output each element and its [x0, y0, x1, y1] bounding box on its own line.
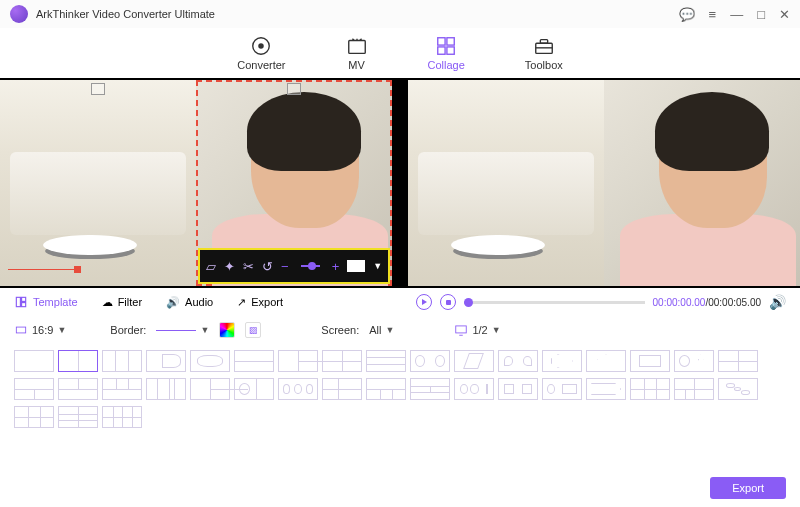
template-item[interactable] [630, 378, 670, 400]
template-item[interactable] [366, 350, 406, 372]
export-button[interactable]: Export [710, 477, 786, 499]
screen-select[interactable]: All ▼ [369, 324, 394, 336]
template-item[interactable] [410, 350, 450, 372]
template-item[interactable] [586, 378, 626, 400]
page-select[interactable]: 1/2 ▼ [454, 323, 500, 337]
close-icon[interactable]: ✕ [779, 7, 790, 22]
zoom-in-icon[interactable]: + [332, 259, 340, 274]
template-item[interactable] [190, 350, 230, 372]
tab-mv[interactable]: MV [346, 35, 368, 71]
effects-icon[interactable]: ✦ [224, 259, 235, 274]
template-item[interactable] [542, 378, 582, 400]
template-item[interactable] [278, 378, 318, 400]
minimize-icon[interactable]: — [730, 7, 743, 22]
fit-dropdown-icon[interactable]: ▼ [373, 261, 382, 271]
template-item[interactable] [674, 350, 714, 372]
template-item[interactable] [630, 350, 670, 372]
template-item[interactable] [498, 378, 538, 400]
app-title: ArkThinker Video Converter Ultimate [36, 8, 215, 20]
template-item[interactable] [14, 378, 54, 400]
template-item[interactable] [146, 350, 186, 372]
chevron-down-icon: ▼ [386, 325, 395, 335]
screen-value: All [369, 324, 381, 336]
template-item[interactable] [718, 350, 758, 372]
template-item[interactable] [322, 350, 362, 372]
tool-row: Template ☁ Filter 🔊 Audio ↗ Export 00:00… [0, 288, 800, 316]
chevron-down-icon: ▼ [200, 325, 209, 335]
template-item[interactable] [58, 378, 98, 400]
tab-converter[interactable]: Converter [237, 35, 285, 71]
tab-label: Collage [428, 59, 465, 71]
template-grid [0, 344, 800, 432]
template-item[interactable] [14, 350, 54, 372]
screen-label: Screen: [321, 324, 359, 336]
svg-rect-8 [540, 40, 547, 44]
template-item[interactable] [366, 378, 406, 400]
rotate-icon[interactable]: ↺ [262, 259, 273, 274]
tab-label: Converter [237, 59, 285, 71]
template-item[interactable] [454, 378, 494, 400]
footer: Export [710, 477, 786, 499]
template-item[interactable] [102, 406, 142, 428]
template-item[interactable] [234, 378, 274, 400]
collage-cell-2[interactable]: ▱ ✦ ✂ ↺ − + ▼ [196, 80, 392, 286]
tab-label: Toolbox [525, 59, 563, 71]
aspect-select[interactable]: 16:9 ▼ [14, 323, 66, 337]
template-item[interactable] [58, 406, 98, 428]
svg-rect-14 [456, 326, 467, 333]
template-item[interactable] [14, 406, 54, 428]
svg-rect-10 [16, 297, 20, 306]
page-value: 1/2 [472, 324, 487, 336]
playback-slider[interactable] [464, 301, 645, 304]
fit-icon[interactable] [347, 260, 365, 272]
template-item[interactable] [102, 378, 142, 400]
template-item[interactable] [146, 378, 186, 400]
volume-icon[interactable]: 🔊 [769, 294, 786, 310]
template-item[interactable] [190, 378, 230, 400]
trim-icon[interactable]: ✂ [243, 259, 254, 274]
template-item[interactable] [718, 378, 758, 400]
audio-tab[interactable]: 🔊 Audio [166, 296, 213, 309]
preview-cell-2 [604, 80, 800, 286]
template-item[interactable] [410, 378, 450, 400]
template-item[interactable] [322, 378, 362, 400]
template-item[interactable] [102, 350, 142, 372]
clip-edit-toolbar: ▱ ✦ ✂ ↺ − + ▼ [198, 248, 390, 284]
image-marker-icon [91, 83, 105, 95]
tool-label: Filter [118, 296, 142, 308]
collage-icon [435, 35, 457, 57]
collage-cell-1[interactable] [0, 80, 196, 286]
svg-rect-11 [22, 297, 26, 301]
zoom-slider[interactable] [301, 265, 320, 267]
tool-label: Export [251, 296, 283, 308]
zoom-out-icon[interactable]: − [281, 259, 289, 274]
filter-tab[interactable]: ☁ Filter [102, 296, 142, 309]
template-item[interactable] [278, 350, 318, 372]
border-style-select[interactable]: ▼ [156, 325, 209, 335]
border-color-button[interactable] [219, 322, 235, 338]
template-item[interactable] [58, 350, 98, 372]
tab-collage[interactable]: Collage [428, 35, 465, 71]
template-item[interactable] [498, 350, 538, 372]
template-item[interactable] [586, 350, 626, 372]
tab-toolbox[interactable]: Toolbox [525, 35, 563, 71]
template-item[interactable] [234, 350, 274, 372]
menu-icon[interactable]: ≡ [709, 7, 717, 22]
filter-icon: ☁ [102, 296, 113, 309]
crop-icon[interactable]: ▱ [206, 259, 216, 274]
preview-cell-1 [408, 80, 604, 286]
audio-icon: 🔊 [166, 296, 180, 309]
template-item[interactable] [674, 378, 714, 400]
stop-button[interactable] [440, 294, 456, 310]
preview-player: 00:00:00.00/00:00:05.00 🔊 [416, 294, 786, 310]
border-pattern-button[interactable]: ▨ [245, 322, 261, 338]
export-tab[interactable]: ↗ Export [237, 296, 283, 309]
svg-rect-5 [438, 47, 445, 54]
template-tab[interactable]: Template [14, 295, 78, 309]
maximize-icon[interactable]: □ [757, 7, 765, 22]
template-item[interactable] [542, 350, 582, 372]
chat-icon[interactable]: 💬 [679, 7, 695, 22]
template-item[interactable] [454, 350, 494, 372]
play-button[interactable] [416, 294, 432, 310]
toolbox-icon [533, 35, 555, 57]
